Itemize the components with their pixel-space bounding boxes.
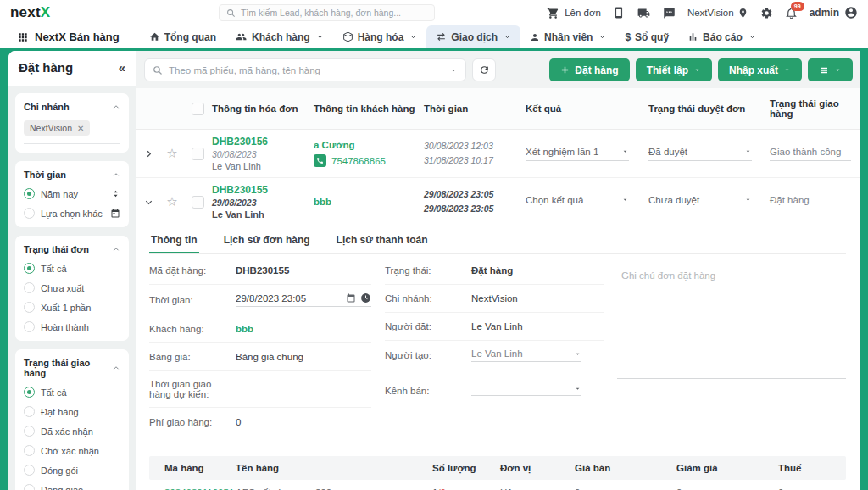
- expand-row-icon[interactable]: [144, 149, 153, 159]
- person-icon: [530, 32, 540, 42]
- delivery-status-option[interactable]: Đặt hàng: [24, 406, 120, 417]
- order-status-option[interactable]: Chưa xuất: [24, 282, 120, 293]
- truck-icon[interactable]: [637, 7, 651, 19]
- customer-link[interactable]: bbb: [314, 197, 424, 207]
- nav-item-nhan-vien[interactable]: Nhân viên: [520, 25, 615, 48]
- radio-selected: [24, 188, 35, 199]
- favorite-star-icon[interactable]: ☆: [161, 146, 183, 161]
- customer-link[interactable]: bbb: [236, 324, 371, 334]
- order-code-link[interactable]: DHB230156: [212, 136, 314, 148]
- result-select[interactable]: Xét nghiệm lần 1: [526, 147, 629, 161]
- field-order-code: Mã đặt hàng: DHB230155: [149, 257, 371, 285]
- field-price-list: Bảng giá: Bảng giá chung: [149, 343, 371, 371]
- app-switcher[interactable]: NextX Bán hàng: [8, 25, 128, 48]
- branch-selector[interactable]: NextVision: [687, 8, 748, 19]
- user-menu[interactable]: admin: [810, 6, 858, 19]
- gear-icon[interactable]: [760, 7, 773, 19]
- order-row[interactable]: ☆ DHB230156 30/08/2023 Le Van Linh a Cườ…: [136, 130, 860, 178]
- collapse-sidebar-button[interactable]: «: [119, 63, 125, 73]
- chat-icon[interactable]: [663, 7, 676, 19]
- order-code-link[interactable]: DHB230155: [212, 184, 314, 196]
- row-checkbox[interactable]: [192, 196, 204, 209]
- customer-link[interactable]: a Cường: [314, 140, 424, 150]
- status-value: Đặt hàng: [471, 265, 604, 276]
- collapse-row-icon[interactable]: [144, 198, 153, 207]
- approval-select[interactable]: Chưa duyệt: [648, 195, 752, 209]
- app-window: nextX Tìm kiếm Lead, khách hàng, đơn hàn…: [0, 0, 868, 490]
- delivery-status-option[interactable]: Đang giao: [24, 484, 120, 490]
- approval-select[interactable]: Đã duyệt: [648, 147, 752, 161]
- nav-item-giao-dich[interactable]: Giao dịch: [426, 25, 520, 48]
- remove-tag-icon[interactable]: ✕: [77, 124, 84, 133]
- delivery-status-input[interactable]: Đặt hàng: [770, 195, 851, 209]
- nav-item-so-quy[interactable]: $ Sổ quỹ: [615, 25, 678, 48]
- select-all-checkbox[interactable]: [192, 103, 204, 115]
- notification-badge: 99: [791, 2, 804, 11]
- field-orderer: Người đặt: Le Van Linh: [385, 313, 604, 341]
- toolbar-buttons: Đặt hàng Thiết lập Nhập xuất: [549, 58, 853, 81]
- chevron-down-icon: [574, 385, 581, 393]
- refresh-button[interactable]: [472, 58, 496, 81]
- delivery-status-option[interactable]: Đã xác nhận: [24, 426, 120, 437]
- logo[interactable]: nextX: [10, 4, 50, 21]
- delivery-status-input[interactable]: Giao thành công: [770, 147, 851, 161]
- top-bar: nextX Tìm kiếm Lead, khách hàng, đơn hàn…: [0, 0, 868, 25]
- chevron-down-icon[interactable]: [449, 66, 458, 75]
- nav-item-khach-hang[interactable]: Khách hàng: [225, 25, 333, 48]
- mobile-icon[interactable]: [613, 7, 625, 19]
- product-row[interactable]: 8934680110051 AFC sốt chua cay 200g 1/0 …: [149, 480, 846, 490]
- calendar-icon[interactable]: [346, 293, 356, 303]
- notifications-button[interactable]: 99: [785, 7, 798, 19]
- chevron-up-icon[interactable]: [112, 103, 120, 111]
- order-status-option[interactable]: Hoàn thành: [24, 321, 120, 332]
- tab-thong-tin[interactable]: Thông tin: [149, 226, 199, 253]
- nav-item-hang-hoa[interactable]: Hàng hóa: [333, 25, 427, 48]
- content-frame: Đặt hàng « Chi nhánh NextVision ✕: [0, 51, 868, 490]
- create-order-button[interactable]: Lên đơn: [547, 7, 601, 19]
- creator-select[interactable]: Le Van Linh: [471, 348, 581, 362]
- new-order-button[interactable]: Đặt hàng: [549, 58, 629, 81]
- nav-item-tong-quan[interactable]: Tổng quan: [140, 25, 225, 48]
- channel-select[interactable]: [471, 385, 581, 396]
- order-note-textarea[interactable]: Ghi chú đơn đặt hàng: [617, 268, 846, 379]
- row-checkbox[interactable]: [192, 148, 204, 160]
- avatar-icon: [844, 6, 858, 19]
- favorite-star-icon[interactable]: ☆: [161, 194, 183, 209]
- chevron-up-icon[interactable]: [112, 245, 120, 253]
- branch-tag-input[interactable]: NextVision ✕: [24, 120, 120, 144]
- delivery-status-option[interactable]: Chờ xác nhận: [24, 445, 120, 456]
- field-customer: Khách hàng: bbb: [149, 315, 371, 343]
- chevron-up-icon[interactable]: [112, 364, 120, 372]
- order-status-option[interactable]: Tất cả: [24, 263, 120, 274]
- order-row-expanded[interactable]: ☆ DHB230155 29/08/2023 Le Van Linh bbb 2…: [136, 178, 860, 226]
- stepper-icon[interactable]: [111, 189, 120, 198]
- order-status-option[interactable]: Xuất 1 phần: [24, 302, 120, 313]
- result-select[interactable]: Chọn kết quả: [526, 195, 629, 209]
- time-option-nam-nay[interactable]: Năm nay: [24, 188, 120, 199]
- import-export-button[interactable]: Nhập xuất: [718, 58, 802, 81]
- time-input[interactable]: 29/8/2023 23:05: [236, 292, 371, 307]
- sidebar-filters: Chi nhánh NextVision ✕ Thời gian: [8, 86, 136, 490]
- filter-branch: Chi nhánh NextVision ✕: [15, 93, 129, 153]
- delivery-status-option[interactable]: Đóng gói: [24, 465, 120, 476]
- nav-item-bao-cao[interactable]: Báo cáo: [678, 25, 765, 48]
- chevron-down-icon: [574, 350, 581, 358]
- delivery-status-option[interactable]: Tất cả: [24, 387, 120, 398]
- box-icon: [342, 31, 353, 42]
- filter-time: Thời gian Năm nay Lựa chọn khác: [15, 161, 129, 227]
- orders-search-input[interactable]: Theo mã phiếu, mã hàng, tên hàng: [144, 58, 466, 81]
- field-creator: Người tạo: Le Van Linh: [385, 341, 604, 370]
- customer-phone[interactable]: 7547868865: [314, 154, 424, 167]
- main-nav: NextX Bán hàng Tổng quan Khách hàng Hàng…: [0, 25, 868, 51]
- calendar-icon[interactable]: [110, 209, 120, 219]
- chevron-up-icon[interactable]: [112, 170, 120, 179]
- time-option-lua-chon-khac[interactable]: Lựa chọn khác: [24, 208, 120, 219]
- tab-lich-su-don-hang[interactable]: Lịch sử đơn hàng: [222, 226, 312, 253]
- settings-button[interactable]: Thiết lập: [636, 58, 712, 81]
- dollar-icon: $: [625, 31, 631, 43]
- clock-icon[interactable]: [360, 292, 371, 303]
- list-options-button[interactable]: [808, 58, 853, 81]
- main-panel: Theo mã phiếu, mã hàng, tên hàng Đặt hàn…: [136, 51, 860, 490]
- tab-lich-su-thanh-toan[interactable]: Lịch sử thanh toán: [335, 226, 430, 253]
- global-search-input[interactable]: Tìm kiếm Lead, khách hàng, đơn hàng...: [219, 4, 435, 21]
